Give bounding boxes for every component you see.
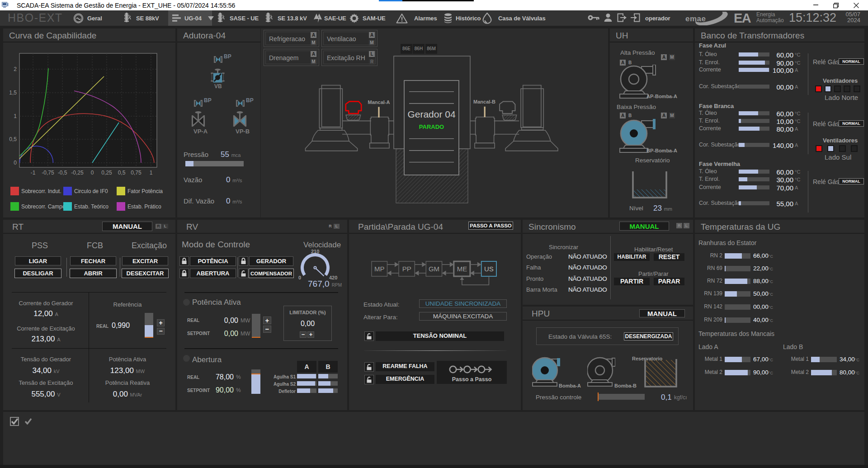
svg-text:ME: ME: [457, 265, 467, 273]
svg-text:2: 2: [14, 66, 17, 72]
svg-text:MP: MP: [374, 265, 385, 273]
svg-text:Estab. Prático: Estab. Prático: [127, 203, 161, 210]
svg-text:0,75: 0,75: [131, 170, 142, 176]
svg-text:VP-B: VP-B: [236, 128, 250, 135]
svg-text:-0,75: -0,75: [42, 170, 54, 176]
svg-text:PARADO: PARADO: [419, 123, 444, 130]
svg-text:Fator Potência: Fator Potência: [127, 188, 163, 194]
svg-text:BP: BP: [204, 97, 212, 104]
svg-text:emae: emae: [685, 14, 706, 23]
svg-text:0,5: 0,5: [118, 170, 126, 176]
svg-text:VP-A: VP-A: [193, 128, 208, 135]
svg-text:0: 0: [91, 170, 94, 176]
svg-text:0,25: 0,25: [101, 170, 112, 176]
svg-text:-0,5: -0,5: [58, 170, 67, 176]
svg-text:Estab. Teórico: Estab. Teórico: [74, 203, 108, 210]
svg-text:Circulo de IF0: Circulo de IF0: [74, 188, 108, 194]
svg-text:Gerador 04: Gerador 04: [407, 109, 456, 119]
svg-text:BP: BP: [246, 97, 254, 104]
svg-text:Sobrecorr. Indut.: Sobrecorr. Indut.: [21, 188, 61, 194]
svg-text:GM: GM: [429, 265, 439, 273]
svg-text:-1: -1: [31, 170, 36, 176]
svg-text:0: 0: [14, 160, 17, 166]
svg-text:Sobrecorr. Campo: Sobrecorr. Campo: [21, 203, 66, 210]
svg-text:VB: VB: [214, 83, 222, 90]
svg-text:BP: BP: [224, 53, 231, 60]
svg-text:PP: PP: [402, 265, 411, 273]
svg-text:US: US: [484, 265, 494, 273]
svg-text:0,5: 0,5: [9, 136, 17, 142]
svg-text:Mancal-B: Mancal-B: [473, 99, 495, 104]
svg-text:-0,25: -0,25: [71, 170, 84, 176]
svg-text:1: 1: [150, 170, 153, 176]
svg-text:1: 1: [14, 113, 17, 119]
svg-text:Mancal-A: Mancal-A: [368, 99, 390, 105]
svg-text:1,5: 1,5: [9, 90, 17, 96]
